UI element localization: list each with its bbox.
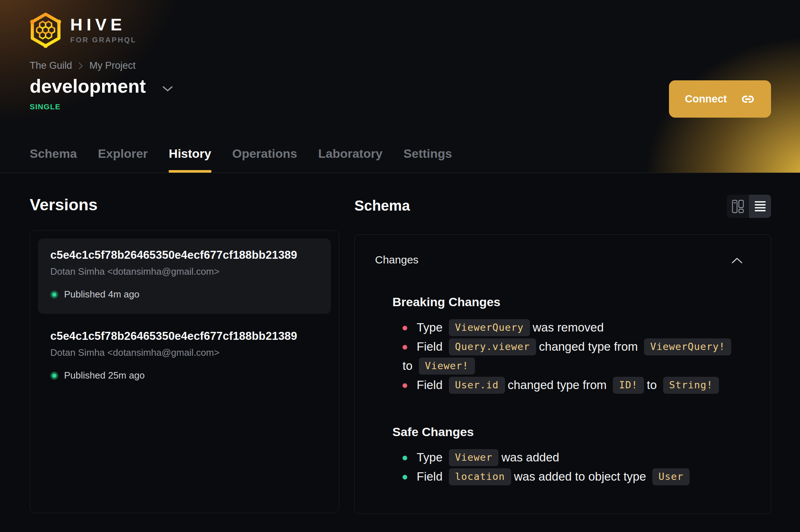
tab-explorer[interactable]: Explorer (98, 147, 148, 173)
published-dot-icon (50, 291, 58, 299)
breadcrumb: The Guild My Project (30, 60, 771, 71)
list-view-icon (755, 201, 766, 212)
version-status-text: Published 25m ago (64, 370, 145, 381)
target-title: development (30, 76, 146, 97)
code-chip: ViewerQuery! (644, 338, 731, 355)
code-chip: Viewer! (419, 358, 475, 375)
change-item: Type ViewerQuerywas removed (403, 318, 759, 337)
change-section-title-breaking: Breaking Changes (392, 295, 750, 309)
change-text: Field (417, 378, 443, 392)
changes-panel: Changes Breaking ChangesType ViewerQuery… (354, 235, 771, 514)
change-text: to (647, 378, 657, 392)
breadcrumb-project[interactable]: My Project (89, 60, 136, 71)
change-section-title-safe: Safe Changes (392, 425, 750, 439)
change-list-breaking: Type ViewerQuerywas removed Field Query.… (403, 318, 759, 394)
versions-heading: Versions (30, 195, 339, 214)
bullet-icon (403, 345, 407, 350)
version-status: Published 4m ago (50, 289, 319, 300)
changes-panel-header[interactable]: Changes (375, 254, 750, 266)
hive-app: HIVE FOR GRAPHQL The Guild My Project de… (0, 0, 800, 532)
version-card[interactable]: c5e4c1c5f78b26465350e4ecf677cf188bb21389… (38, 320, 331, 395)
code-chip: Viewer (449, 449, 499, 466)
code-chip: Query.viewer (449, 338, 536, 355)
code-chip: User.id (449, 377, 505, 394)
tab-laboratory[interactable]: Laboratory (318, 147, 383, 173)
header: HIVE FOR GRAPHQL The Guild My Project de… (0, 0, 800, 173)
target-picker-chevron-down-icon[interactable] (163, 86, 173, 92)
version-status-text: Published 4m ago (64, 289, 139, 300)
version-hash: c5e4c1c5f78b26465350e4ecf677cf188bb21389 (50, 249, 319, 262)
tab-operations[interactable]: Operations (232, 147, 297, 173)
brand-name: HIVE (70, 16, 136, 33)
schema-section: Schema (354, 195, 771, 514)
connect-button[interactable]: Connect (669, 80, 771, 118)
change-text: Field (417, 340, 443, 353)
tab-settings[interactable]: Settings (404, 147, 452, 173)
breadcrumb-org[interactable]: The Guild (30, 60, 72, 71)
change-text: changed type from (508, 378, 607, 392)
code-chip: ViewerQuery (449, 319, 530, 336)
change-text: changed type from (539, 340, 638, 353)
change-text: was added to object type (514, 470, 646, 483)
tab-bar: SchemaExplorerHistoryOperationsLaborator… (30, 147, 452, 173)
hive-logo-icon (30, 12, 62, 48)
published-dot-icon (50, 372, 58, 380)
bullet-icon (403, 456, 407, 460)
change-text: Field (417, 470, 443, 483)
target-type-badge: SINGLE (30, 102, 771, 111)
change-list-safe: Type Viewerwas added Field locationwas a… (403, 448, 759, 486)
change-item: Field User.idchanged type from ID!to Str… (403, 375, 759, 394)
list-view-button[interactable] (749, 195, 771, 218)
tab-history[interactable]: History (169, 147, 211, 173)
versions-list: c5e4c1c5f78b26465350e4ecf677cf188bb21389… (30, 230, 339, 513)
change-text: Type (417, 451, 443, 464)
change-text: was removed (533, 321, 604, 334)
version-status: Published 25m ago (50, 370, 319, 381)
versions-section: Versions c5e4c1c5f78b26465350e4ecf677cf1… (30, 195, 339, 514)
code-chip: User (652, 468, 690, 485)
bullet-icon (403, 326, 407, 330)
change-text: Type (417, 321, 443, 334)
change-sections: Breaking ChangesType ViewerQuerywas remo… (375, 295, 750, 486)
split-view-icon (732, 200, 744, 213)
change-item: Type Viewerwas added (403, 448, 759, 467)
connect-button-label: Connect (685, 93, 727, 105)
change-item: Field locationwas added to object type U… (403, 467, 759, 486)
bullet-icon (403, 383, 407, 388)
brand-tagline: FOR GRAPHQL (70, 36, 136, 44)
change-item: Field Query.viewerchanged type from View… (403, 337, 759, 375)
change-text: was added (501, 451, 559, 464)
code-chip: ID! (613, 377, 644, 394)
code-chip: String! (663, 377, 719, 394)
version-author: Dotan Simha <dotansimha@gmail.com> (50, 266, 319, 277)
bullet-icon (403, 475, 407, 480)
chevron-up-icon[interactable] (732, 258, 742, 263)
changes-panel-title: Changes (375, 254, 418, 266)
version-card[interactable]: c5e4c1c5f78b26465350e4ecf677cf188bb21389… (38, 238, 331, 314)
schema-heading: Schema (354, 198, 410, 214)
code-chip: location (449, 468, 511, 485)
change-text: to (403, 359, 413, 372)
split-view-button[interactable] (727, 195, 749, 218)
chevron-right-icon (79, 62, 83, 69)
version-hash: c5e4c1c5f78b26465350e4ecf677cf188bb21389 (50, 330, 319, 343)
tab-schema[interactable]: Schema (30, 147, 77, 173)
version-author: Dotan Simha <dotansimha@gmail.com> (50, 347, 319, 358)
logo[interactable]: HIVE FOR GRAPHQL (30, 12, 771, 48)
link-icon (741, 92, 755, 106)
view-mode-toggle (727, 195, 771, 218)
